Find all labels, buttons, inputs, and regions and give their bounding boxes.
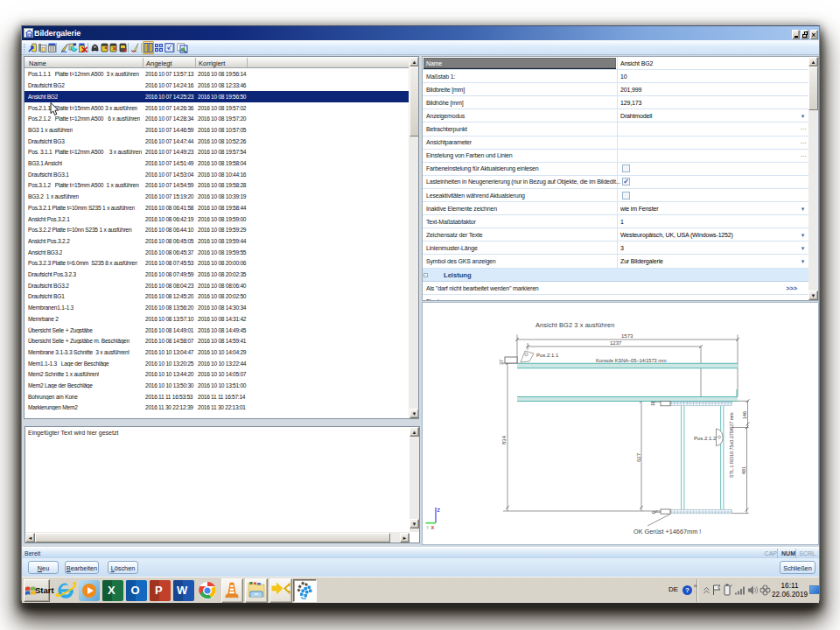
svg-text:Pos.2.1.1: Pos.2.1.1 <box>536 353 559 358</box>
svg-text:Pos.2.1.2: Pos.2.1.2 <box>694 436 717 441</box>
svg-text:481: 481 <box>741 466 746 474</box>
svg-text:37: 37 <box>499 360 504 365</box>
svg-text:627: 627 <box>636 452 641 462</box>
svg-text:STL.1 RO10.75x0.375/627 mm: STL.1 RO10.75x0.375/627 mm <box>729 412 734 478</box>
svg-text:1237: 1237 <box>610 340 622 346</box>
svg-text:19: 19 <box>650 401 655 406</box>
svg-text:146: 146 <box>742 411 747 419</box>
svg-text:OK Gerüst +14667mm !: OK Gerüst +14667mm ! <box>634 528 701 536</box>
svg-text:9: 9 <box>651 511 656 514</box>
svg-text:X: X <box>431 525 435 530</box>
svg-text:Ansicht BG2 3 x ausführen: Ansicht BG2 3 x ausführen <box>536 321 614 329</box>
svg-text:834: 834 <box>501 435 507 444</box>
svg-text:1573: 1573 <box>621 333 634 339</box>
svg-text:Z: Z <box>438 508 441 513</box>
svg-text:Y: Y <box>426 525 430 530</box>
svg-text:Konsole KSNA–05–14/1573 mm: Konsole KSNA–05–14/1573 mm <box>596 358 667 363</box>
